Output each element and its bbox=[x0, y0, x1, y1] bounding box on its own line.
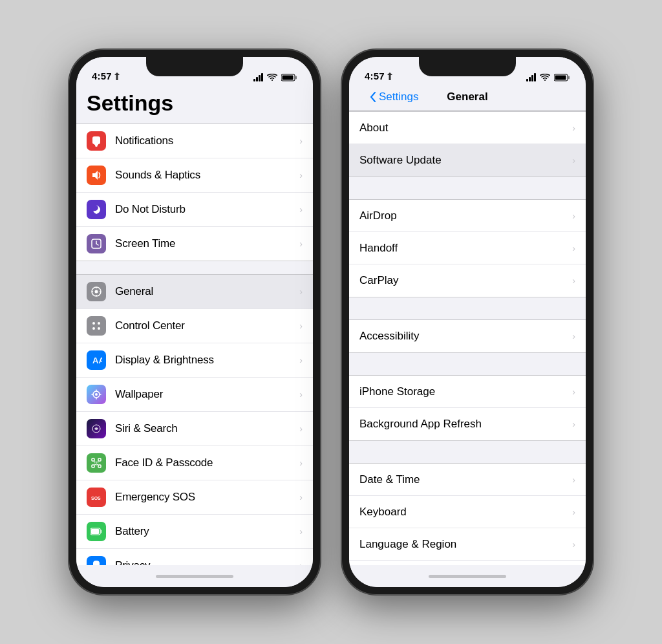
faceid-label: Face ID & Passcode bbox=[115, 456, 294, 469]
about-section: About › Software Update › bbox=[349, 111, 586, 177]
svg-point-16 bbox=[92, 322, 95, 325]
softwareupdate-label: Software Update bbox=[359, 154, 567, 167]
list-item[interactable]: Privacy › bbox=[76, 549, 313, 565]
sos-icon: SOS bbox=[87, 488, 106, 507]
page-title-general: General bbox=[447, 91, 487, 103]
svg-rect-31 bbox=[98, 465, 101, 467]
svg-point-15 bbox=[100, 291, 101, 292]
sos-label: Emergency SOS bbox=[115, 491, 294, 504]
sounds-icon bbox=[87, 166, 106, 185]
list-item[interactable]: About › bbox=[349, 112, 586, 144]
list-item[interactable]: SOS Emergency SOS › bbox=[76, 480, 313, 515]
list-item[interactable]: iPhone Storage › bbox=[349, 376, 586, 408]
screentime-icon bbox=[87, 234, 106, 253]
svg-rect-1 bbox=[295, 76, 297, 79]
back-button[interactable]: Settings bbox=[370, 91, 418, 103]
list-item[interactable]: Screen Time › bbox=[76, 227, 313, 261]
page-title: Settings bbox=[76, 85, 313, 118]
wifi-icon bbox=[267, 74, 277, 81]
accessibility-label: Accessibility bbox=[359, 330, 567, 343]
about-label: About bbox=[359, 122, 567, 134]
list-item[interactable]: Wallpaper › bbox=[76, 378, 313, 412]
svg-point-12 bbox=[96, 287, 97, 288]
list-item[interactable]: Control Center › bbox=[76, 309, 313, 343]
battery-label: Battery bbox=[115, 525, 294, 538]
handoff-label: Handoff bbox=[359, 242, 567, 255]
list-item[interactable]: AirDrop › bbox=[349, 200, 586, 232]
section-middle: General › Control Center › bbox=[76, 274, 313, 565]
svg-point-33 bbox=[98, 462, 99, 463]
general-label: General bbox=[115, 285, 294, 298]
svg-marker-6 bbox=[92, 171, 98, 180]
list-item[interactable]: Accessibility › bbox=[349, 320, 586, 352]
siri-icon bbox=[87, 419, 106, 438]
list-item[interactable]: Background App Refresh › bbox=[349, 408, 586, 440]
settings-scroll[interactable]: Settings Notifications › bbox=[76, 85, 313, 565]
section-top: Notifications › Sounds & Haptics › bbox=[76, 123, 313, 261]
list-item[interactable]: CarPlay › bbox=[349, 264, 586, 297]
svg-point-14 bbox=[92, 291, 93, 292]
notch bbox=[146, 57, 243, 76]
list-item[interactable]: Sounds & Haptics › bbox=[76, 158, 313, 193]
svg-rect-42 bbox=[568, 76, 570, 79]
svg-rect-37 bbox=[101, 530, 102, 533]
accessibility-section: Accessibility › bbox=[349, 319, 586, 353]
list-item[interactable]: Do Not Disturb › bbox=[76, 193, 313, 227]
signal-icon bbox=[253, 73, 263, 81]
svg-point-22 bbox=[95, 393, 98, 396]
status-icons bbox=[253, 73, 297, 81]
wifi-icon-2 bbox=[540, 74, 550, 81]
chevron-icon: › bbox=[572, 387, 575, 397]
battery-icon bbox=[281, 74, 297, 81]
backgroundrefresh-label: Background App Refresh bbox=[359, 418, 567, 431]
chevron-icon: › bbox=[299, 204, 303, 215]
privacy-label: Privacy bbox=[115, 559, 294, 565]
donotdisturb-icon bbox=[87, 200, 106, 219]
list-item[interactable]: Keyboard › bbox=[349, 496, 586, 528]
chevron-icon: › bbox=[572, 331, 575, 341]
chevron-icon: › bbox=[299, 389, 303, 400]
keyboard-label: Keyboard bbox=[359, 506, 567, 519]
list-item[interactable]: General › bbox=[76, 275, 313, 309]
general-scroll[interactable]: About › Software Update › AirDrop › Hand… bbox=[349, 111, 586, 565]
nav-bar-general: Settings General bbox=[349, 85, 586, 111]
svg-rect-38 bbox=[91, 529, 99, 534]
svg-point-13 bbox=[96, 295, 97, 296]
language-label: Language & Region bbox=[359, 538, 567, 551]
airdrop-label: AirDrop bbox=[359, 209, 567, 222]
list-item[interactable]: AA Display & Brightness › bbox=[76, 343, 313, 378]
home-indicator bbox=[76, 565, 313, 587]
chevron-icon: › bbox=[299, 321, 303, 331]
back-label: Settings bbox=[379, 91, 418, 103]
svg-rect-43 bbox=[555, 75, 566, 80]
notifications-icon bbox=[87, 131, 106, 151]
donotdisturb-label: Do Not Disturb bbox=[115, 203, 294, 216]
chevron-icon: › bbox=[572, 539, 575, 550]
list-item[interactable]: Handoff › bbox=[349, 232, 586, 264]
list-item[interactable]: Dictionary › bbox=[349, 561, 586, 565]
datetime-section: Date & Time › Keyboard › Language & Regi… bbox=[349, 463, 586, 565]
chevron-icon: › bbox=[572, 475, 575, 485]
list-item[interactable]: Date & Time › bbox=[349, 464, 586, 496]
list-item[interactable]: Face ID & Passcode › bbox=[76, 446, 313, 480]
chevron-icon: › bbox=[299, 492, 303, 502]
battery-icon-2 bbox=[554, 74, 570, 81]
display-label: Display & Brightness bbox=[115, 354, 294, 367]
iphonestorage-label: iPhone Storage bbox=[359, 385, 567, 398]
phone1-frame: 4:57 bbox=[69, 49, 321, 595]
chevron-icon: › bbox=[299, 355, 303, 365]
list-item[interactable]: Notifications › bbox=[76, 124, 313, 158]
chevron-icon: › bbox=[572, 419, 575, 429]
svg-rect-30 bbox=[92, 465, 94, 467]
general-icon bbox=[87, 282, 106, 301]
chevron-icon: › bbox=[572, 243, 575, 253]
list-item[interactable]: Battery › bbox=[76, 515, 313, 549]
list-item[interactable]: Language & Region › bbox=[349, 528, 586, 561]
svg-point-32 bbox=[94, 462, 96, 463]
list-item[interactable]: Siri & Search › bbox=[76, 412, 313, 446]
list-item[interactable]: Software Update › bbox=[349, 144, 586, 177]
chevron-icon: › bbox=[572, 507, 575, 517]
storage-section: iPhone Storage › Background App Refresh … bbox=[349, 375, 586, 441]
chevron-icon: › bbox=[299, 239, 303, 249]
signal-icon-2 bbox=[526, 73, 536, 81]
